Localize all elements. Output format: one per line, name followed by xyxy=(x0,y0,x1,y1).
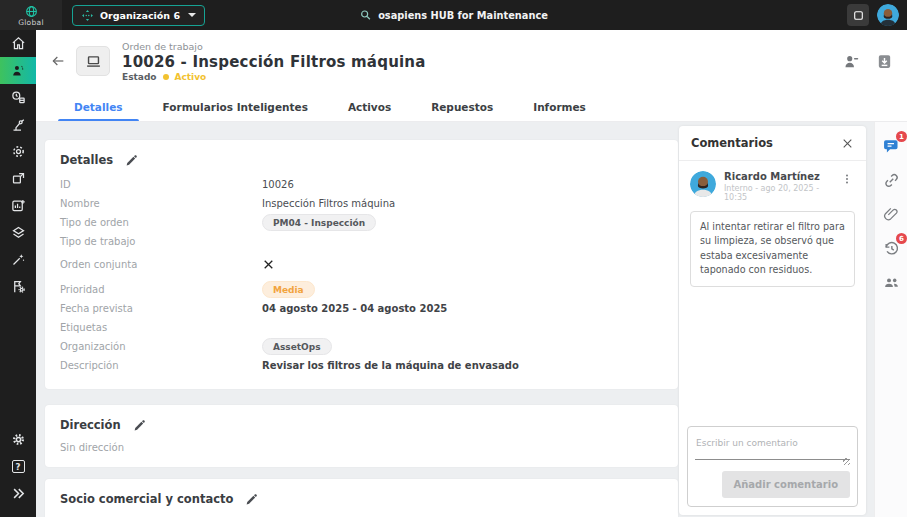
right-icon-strip: 1 6 xyxy=(874,122,907,517)
gear-target-icon xyxy=(11,144,26,159)
double-chevron-right-icon xyxy=(11,486,26,501)
arrow-left-icon xyxy=(50,53,66,69)
sidebar-item-equipment[interactable] xyxy=(0,111,36,138)
search-icon xyxy=(359,9,371,21)
organization-selector[interactable]: Organización 6 xyxy=(72,5,205,26)
priority-chip[interactable]: Media xyxy=(262,281,315,298)
gear-icon xyxy=(11,432,26,447)
global-label: Global xyxy=(18,18,44,27)
clear-joint-order-button[interactable] xyxy=(262,258,275,271)
organization-chip[interactable]: AssetOps xyxy=(262,338,332,355)
laptop-icon xyxy=(85,53,102,70)
strip-item-links[interactable] xyxy=(881,170,901,190)
chart-plus-icon xyxy=(11,198,26,213)
field-tipo-de-trabajo: Tipo de trabajo xyxy=(45,232,678,251)
sidebar-item-automation[interactable] xyxy=(0,138,36,165)
sidebar-item-help[interactable]: ? xyxy=(0,453,36,480)
details-card: Detalles ID 10026 Nombre Inspección Filt… xyxy=(45,140,678,389)
close-comments-button[interactable] xyxy=(841,137,854,150)
comment-author-avatar xyxy=(690,171,716,197)
box-swap-icon xyxy=(11,171,26,186)
field-prioridad: Prioridad Media xyxy=(45,280,678,299)
comment-body: Al intentar retirar el filtro para su li… xyxy=(690,211,855,287)
tab-detalles[interactable]: Detalles xyxy=(58,92,139,121)
details-card-title: Detalles xyxy=(60,153,113,167)
help-icon: ? xyxy=(12,460,25,473)
sidebar-expand-button[interactable] xyxy=(0,480,36,507)
strip-item-comments[interactable]: 1 xyxy=(881,136,901,156)
strip-item-people[interactable] xyxy=(881,272,901,292)
pencil-icon xyxy=(245,493,258,506)
sidebar-item-work-orders[interactable] xyxy=(0,57,36,84)
comments-panel-title: Comentarios xyxy=(691,136,773,150)
apps-button[interactable] xyxy=(847,4,869,26)
history-queue-icon xyxy=(11,90,26,105)
organization-label: Organización 6 xyxy=(100,10,180,21)
people-icon xyxy=(883,274,900,291)
unassign-user-button[interactable] xyxy=(843,53,860,70)
layers-icon xyxy=(11,225,26,240)
sidebar-item-reports[interactable] xyxy=(0,192,36,219)
user-avatar[interactable] xyxy=(877,4,899,26)
address-card: Dirección Sin dirección xyxy=(45,405,678,467)
work-order-type-icon-box[interactable] xyxy=(76,46,110,76)
edit-details-button[interactable] xyxy=(125,154,138,167)
strip-item-attachments[interactable] xyxy=(881,204,901,224)
order-type-chip[interactable]: PM04 - Inspección xyxy=(262,214,376,231)
chevron-down-icon xyxy=(188,13,196,17)
address-card-title: Dirección xyxy=(60,418,121,432)
comment-menu-button[interactable] xyxy=(839,171,855,187)
comment-meta: Interno - ago 20, 2025 - 10:35 xyxy=(724,184,831,202)
sidebar-item-documents[interactable] xyxy=(0,273,36,300)
save-export-button[interactable] xyxy=(876,53,893,70)
sidebar-item-layers[interactable] xyxy=(0,219,36,246)
global-search[interactable]: osapiens HUB for Maintenance xyxy=(359,9,548,21)
comments-count-badge: 1 xyxy=(896,131,907,142)
field-etiquetas: Etiquetas xyxy=(45,318,678,337)
add-comment-button[interactable]: Añadir comentario xyxy=(722,471,850,498)
history-count-badge: 6 xyxy=(896,233,907,244)
main-area: Orden de trabajo 10026 - Inspección Filt… xyxy=(36,30,907,517)
sidebar-item-inventory[interactable] xyxy=(0,165,36,192)
tab-informes[interactable]: Informes xyxy=(517,92,602,121)
pencil-icon xyxy=(125,154,138,167)
tab-formularios-inteligentes[interactable]: Formularios Inteligentes xyxy=(147,92,324,121)
breadcrumb: Orden de trabajo xyxy=(122,41,426,52)
partner-card-title: Socio comercial y contacto xyxy=(60,492,233,506)
field-nombre: Nombre Inspección Filtros máquina xyxy=(45,194,678,213)
sidebar-item-settings[interactable] xyxy=(0,426,36,453)
file-download-icon xyxy=(876,53,893,70)
status-label: Estado xyxy=(122,72,157,82)
status-dot xyxy=(163,74,169,80)
person-minus-icon xyxy=(843,53,860,70)
home-icon xyxy=(11,36,26,51)
edit-partner-button[interactable] xyxy=(245,493,258,506)
edit-address-button[interactable] xyxy=(133,419,146,432)
app-name-label: osapiens HUB for Maintenance xyxy=(378,10,548,21)
field-orden-conjunta: Orden conjunta xyxy=(45,251,678,277)
flag-gear-icon xyxy=(11,279,26,294)
sidebar-item-tools[interactable] xyxy=(0,246,36,273)
page-title: 10026 - Inspección Filtros máquina xyxy=(122,53,426,71)
sidebar-item-planning[interactable] xyxy=(0,84,36,111)
comment-input[interactable] xyxy=(695,436,850,460)
close-icon xyxy=(841,137,854,150)
comments-panel: Comentarios Ricardo Martínez Interno - a… xyxy=(679,126,866,515)
close-x-icon xyxy=(262,258,275,271)
tab-activos[interactable]: Activos xyxy=(332,92,407,121)
magic-wand-icon xyxy=(11,252,26,267)
sidebar-item-home[interactable] xyxy=(0,30,36,57)
tab-repuestos[interactable]: Repuestos xyxy=(415,92,509,121)
back-button[interactable] xyxy=(50,53,66,69)
robot-arm-icon xyxy=(11,117,26,132)
globe-icon xyxy=(25,5,38,18)
field-organizacion: Organización AssetOps xyxy=(45,337,678,356)
status-badge[interactable]: Activo xyxy=(175,72,207,82)
comment-item: Ricardo Martínez Interno - ago 20, 2025 … xyxy=(679,161,866,287)
strip-item-history[interactable]: 6 xyxy=(881,238,901,258)
link-icon xyxy=(883,172,900,189)
business-partner-card: Socio comercial y contacto Nombre Direcc… xyxy=(45,479,678,517)
comment-input-container: Añadir comentario xyxy=(687,426,858,507)
left-sidebar: ? xyxy=(0,30,36,517)
global-logo[interactable]: Global xyxy=(0,0,62,30)
